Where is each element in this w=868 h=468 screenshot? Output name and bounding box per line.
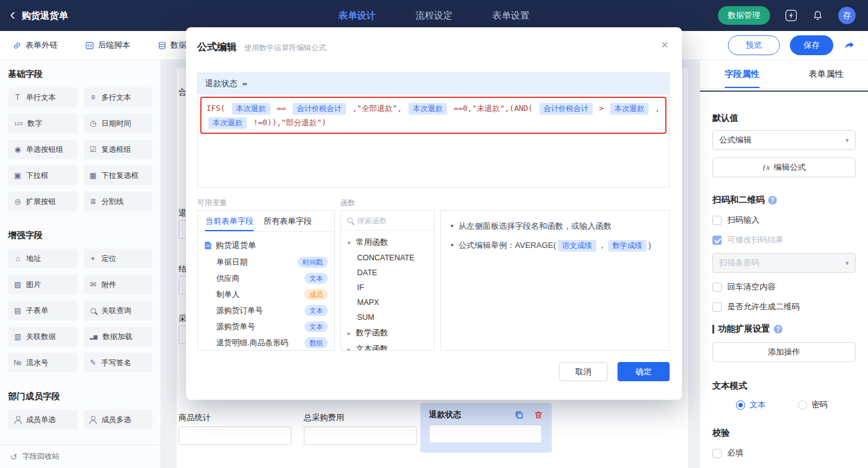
preview-button[interactable]: 预览	[728, 35, 780, 55]
bell-icon[interactable]	[812, 10, 823, 21]
variable-field-row[interactable]: 制单人成员	[198, 286, 334, 302]
function-item-sum[interactable]: SUM	[341, 310, 434, 325]
checkbox-scan-option-2[interactable]: 可修改扫码结果	[712, 234, 856, 245]
save-button[interactable]: 保存	[790, 35, 833, 55]
field-item-attachment[interactable]: ✉附件	[84, 275, 153, 294]
field-item-address[interactable]: ⌂地址	[8, 249, 78, 268]
checkbox-scan-option-3[interactable]: 回车清空内容	[712, 281, 856, 293]
variable-field-row[interactable]: 单据日期时间戳	[198, 254, 334, 270]
help-question-icon[interactable]	[768, 196, 777, 205]
field-item-subform[interactable]: ▤子表单	[8, 301, 78, 320]
tab-form-properties[interactable]: 表单属性	[784, 60, 868, 88]
bullet-icon: •	[451, 241, 454, 250]
toolbar-link-script[interactable]: 后端脚本	[85, 40, 130, 51]
help-tip-1-text: 从左侧面板选择字段名和函数，或输入函数	[459, 221, 612, 231]
checkbox-scan-option-1[interactable]: 扫码输入	[712, 214, 856, 226]
field-item-divider[interactable]: ≣分割线	[84, 192, 153, 211]
close-icon[interactable]: ×	[661, 38, 668, 51]
toolbar-link-link[interactable]: 表单外链	[12, 40, 58, 51]
text-mode-radio-group: 文本密码	[712, 399, 856, 410]
field-item-radio-group[interactable]: ◉单选按钮组	[8, 139, 78, 159]
copy-icon[interactable]	[515, 410, 524, 420]
topbar-tab-3[interactable]: 表单设置	[492, 10, 529, 22]
function-group-2[interactable]: ▸数学函数	[341, 325, 434, 341]
field-input[interactable]	[304, 426, 417, 445]
topbar-tab-2[interactable]: 流程设定	[415, 10, 453, 22]
field-item-checkbox-group[interactable]: ☑复选框组	[84, 139, 153, 159]
delete-icon[interactable]	[534, 410, 543, 420]
field-item-related-data[interactable]: ▥关联数据	[8, 327, 78, 347]
tab-current-form-fields[interactable]: 当前表单字段	[205, 211, 254, 231]
field-item-member-multi[interactable]: 成员多选	[84, 410, 153, 430]
chevron-down-icon: ▾	[845, 136, 849, 144]
data-manage-button[interactable]: 数据管理	[718, 6, 770, 25]
function-item-mapx[interactable]: MAPX	[341, 295, 434, 310]
example-text: )	[649, 241, 651, 250]
help-question-icon-2[interactable]	[774, 325, 782, 333]
formula-expression[interactable]: IFS( 本次退款 == 合计价税合计 ,"全部退款", 本次退款 ==0,"未…	[200, 97, 666, 134]
radio-text-mode-1[interactable]: 文本	[736, 399, 766, 410]
formula-editor-modal: 公式编辑 使用数学运算符编辑公式 × 退款状态 = IFS( 本次退款 == 合…	[186, 27, 682, 400]
avatar[interactable]: 存	[838, 7, 856, 24]
field-input[interactable]	[429, 425, 542, 443]
sidebar-section-title: 增强字段	[8, 230, 153, 241]
tab-all-form-fields[interactable]: 所有表单字段	[264, 211, 312, 231]
edit-formula-button[interactable]: ƒx 编辑公式	[712, 157, 856, 177]
function-search-input[interactable]	[357, 216, 428, 225]
share-icon[interactable]	[843, 39, 856, 51]
default-value-select[interactable]: 公式编辑 ▾	[712, 130, 856, 150]
field-item-select[interactable]: ▣下拉框	[8, 166, 78, 185]
field-item-multi-line-text[interactable]: ≡多行文本	[84, 87, 153, 107]
variable-field-row[interactable]: 源购货订单号文本	[198, 302, 334, 319]
add-operation-button[interactable]: 添加操作	[712, 342, 856, 362]
field-item-label: 数字	[27, 118, 42, 129]
field-recycle-bin[interactable]: ↺ 字段回收站	[0, 444, 161, 468]
checkbox-label: 扫码输入	[727, 214, 760, 226]
checkbox-icon	[712, 283, 722, 292]
function-group-1[interactable]: ▾常用函数	[341, 234, 434, 250]
field-item-label: 日期时间	[102, 118, 131, 129]
checkbox-scan-option-4[interactable]: 是否允许生成二维码	[712, 301, 856, 312]
radio-text-mode-2[interactable]: 密码	[798, 399, 828, 410]
function-item-concatenate[interactable]: CONCATENATE	[341, 250, 434, 265]
automation-flash-icon[interactable]	[785, 9, 797, 22]
checkbox-validation-1[interactable]: 必填	[712, 448, 856, 459]
field-item-extend-button[interactable]: ◎扩展按钮	[8, 192, 78, 211]
field-item-multi-select[interactable]: ▦下拉复选框	[84, 166, 153, 185]
field-item-datetime[interactable]: ◷日期时间	[84, 113, 153, 133]
field-item-member-single[interactable]: 成员单选	[8, 410, 78, 430]
variable-field-row[interactable]: 源购货单号文本	[198, 319, 334, 335]
field-item-location[interactable]: ⌖定位	[84, 249, 153, 268]
function-item-date[interactable]: DATE	[341, 265, 434, 280]
formula-text: !=0)),"部分退款")	[249, 118, 326, 127]
function-item-if[interactable]: IF	[341, 280, 434, 295]
field-item-image[interactable]: ▧图片	[8, 275, 78, 294]
field-item-data-load[interactable]: ▂▆数据加载	[84, 327, 153, 347]
canvas-field-selected[interactable]: 退款状态	[420, 403, 552, 453]
radio-label: 密码	[812, 399, 828, 410]
cancel-button[interactable]: 取消	[559, 362, 608, 381]
field-item-single-line-text[interactable]: T单行文本	[8, 87, 78, 107]
topbar-tab-1[interactable]: 表单设计	[339, 10, 376, 22]
recycle-icon: ↺	[10, 452, 17, 462]
confirm-button[interactable]: 确定	[618, 362, 670, 381]
back-icon[interactable]: ‹	[10, 6, 16, 22]
variable-field-name: 供应商	[216, 273, 240, 284]
variables-column: 可用变量 当前表单字段 所有表单字段 购货退货单 单据日期时间戳供应商文本制单人…	[197, 198, 335, 351]
sidebar-grid: ⌂地址⌖定位▧图片✉附件▤子表单关联查询▥关联数据▂▆数据加载№流水号✎手写签名	[8, 249, 153, 373]
field-item-serial-number[interactable]: №流水号	[8, 353, 78, 373]
tab-field-properties[interactable]: 字段属性	[700, 60, 784, 88]
form-node[interactable]: 购货退货单	[198, 237, 334, 254]
search-icon	[347, 218, 353, 223]
variable-field-row[interactable]: 供应商文本	[198, 270, 334, 286]
field-item-number[interactable]: 123数字	[8, 113, 78, 133]
formula-field-chip: 本次退款	[409, 103, 447, 115]
field-item-related-query[interactable]: 关联查询	[84, 301, 153, 320]
function-group-3[interactable]: ▸文本函数	[341, 341, 434, 351]
formula-input-area[interactable]: IFS( 本次退款 == 合计价税合计 ,"全部退款", 本次退款 ==0,"未…	[198, 94, 669, 187]
variable-field-row[interactable]: 退货明细.商品条形码数组	[198, 335, 334, 351]
field-item-signature[interactable]: ✎手写签名	[84, 353, 153, 373]
functions-column: 函数 ▾常用函数CONCATENATEDATEIFMAPXSUM▸数学函数▸文本…	[340, 198, 435, 351]
field-input[interactable]	[179, 426, 291, 445]
formula-field-chip: 本次退款	[232, 103, 270, 115]
